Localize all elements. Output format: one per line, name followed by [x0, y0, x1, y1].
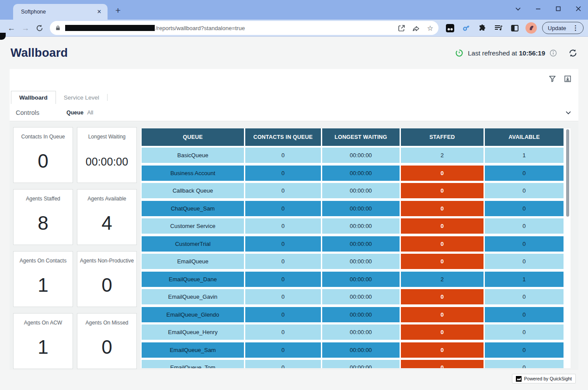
column-header[interactable]: STAFFED [401, 128, 484, 146]
cell-contacts-in-queue[interactable]: 0 [245, 307, 321, 322]
cell-staffed[interactable]: 0 [401, 307, 484, 322]
cell-available[interactable]: 0 [485, 307, 564, 322]
refresh-icon[interactable] [568, 48, 578, 58]
media-queue-icon[interactable] [493, 23, 504, 33]
open-in-new-icon[interactable] [398, 24, 405, 32]
cell-queue[interactable]: EmailQueue_Tom [142, 360, 244, 368]
cell-longest-waiting[interactable]: 00:00:00 [322, 289, 400, 304]
cell-longest-waiting[interactable]: 00:00:00 [322, 324, 400, 340]
cell-queue[interactable]: EmailQueue_Gavin [142, 289, 244, 304]
cell-contacts-in-queue[interactable]: 0 [245, 236, 321, 252]
cell-available[interactable]: 0 [485, 360, 564, 368]
cell-longest-waiting[interactable]: 00:00:00 [322, 272, 400, 287]
cell-available[interactable]: 0 [485, 183, 564, 198]
cell-available[interactable]: 1 [485, 272, 564, 287]
sheet-tab-service-level[interactable]: Service Level [56, 91, 107, 104]
cell-longest-waiting[interactable]: 00:00:00 [322, 218, 400, 234]
cell-staffed[interactable]: 0 [401, 360, 484, 368]
bookmark-star-icon[interactable]: ☆ [427, 24, 433, 32]
cell-queue[interactable]: CustomerTrial [142, 236, 244, 252]
cell-longest-waiting[interactable]: 00:00:00 [322, 307, 400, 322]
column-header[interactable]: AVAILABLE [485, 128, 564, 146]
filter-funnel-icon[interactable] [549, 75, 556, 84]
cell-available[interactable]: 0 [485, 166, 564, 181]
kebab-menu-icon[interactable]: ⋮ [570, 24, 581, 32]
maximize-icon[interactable] [555, 5, 562, 12]
cell-contacts-in-queue[interactable]: 0 [245, 166, 321, 181]
extension-app-icon[interactable] [445, 23, 455, 33]
cell-queue[interactable]: EmailQueue [142, 254, 244, 269]
cell-available[interactable]: 0 [485, 201, 564, 216]
update-button[interactable]: Update ⋮ [542, 22, 584, 34]
kpi-card[interactable]: Contacts In Queue0 [13, 127, 73, 183]
minimize-icon[interactable] [535, 5, 542, 12]
reload-icon[interactable] [32, 21, 46, 35]
cell-longest-waiting[interactable]: 00:00:00 [322, 148, 400, 163]
key-icon[interactable] [461, 23, 471, 33]
cell-available[interactable]: 0 [485, 218, 564, 234]
cell-available[interactable]: 1 [485, 148, 564, 163]
avatar[interactable] [525, 22, 537, 34]
kpi-card[interactable]: Agents Available4 [77, 189, 137, 245]
kpi-card[interactable]: Agents On Contacts1 [13, 251, 73, 307]
cell-staffed[interactable]: 2 [401, 148, 484, 163]
cell-longest-waiting[interactable]: 00:00:00 [322, 183, 400, 198]
kpi-card[interactable]: Agents Staffed8 [13, 189, 73, 245]
cell-contacts-in-queue[interactable]: 0 [245, 360, 321, 368]
cell-staffed[interactable]: 0 [401, 201, 484, 216]
browser-tab[interactable]: Softphone × [13, 4, 108, 20]
address-bar[interactable]: /reports/wallboard?standalone=true ☆ [50, 21, 438, 35]
url-text[interactable]: /reports/wallboard?standalone=true [156, 25, 398, 31]
sheet-tab-wallboard[interactable]: Wallboard [11, 91, 56, 104]
back-icon[interactable]: ← [4, 21, 18, 35]
controls-row[interactable]: Controls Queue All [10, 104, 578, 121]
cell-staffed[interactable]: 2 [401, 272, 484, 287]
kpi-card[interactable]: Longest Waiting00:00:00 [77, 127, 137, 183]
cell-available[interactable]: 0 [485, 254, 564, 269]
cell-contacts-in-queue[interactable]: 0 [245, 148, 321, 163]
cell-staffed[interactable]: 0 [401, 289, 484, 304]
cell-contacts-in-queue[interactable]: 0 [245, 324, 321, 340]
table-scrollbar[interactable] [566, 129, 569, 217]
cell-queue[interactable]: EmailQueue_Dane [142, 272, 244, 287]
cell-staffed[interactable]: 0 [401, 236, 484, 252]
cell-queue[interactable]: Business Account [142, 166, 244, 181]
tab-search-chevron-icon[interactable] [515, 5, 522, 12]
forward-icon[interactable]: → [18, 21, 32, 35]
cell-staffed[interactable]: 0 [401, 183, 484, 198]
cell-longest-waiting[interactable]: 00:00:00 [322, 342, 400, 358]
cell-staffed[interactable]: 0 [401, 166, 484, 181]
kpi-card[interactable]: Agents Non-Productive0 [77, 251, 137, 307]
cell-contacts-in-queue[interactable]: 0 [245, 218, 321, 234]
cell-longest-waiting[interactable]: 00:00:00 [322, 236, 400, 252]
export-download-icon[interactable] [564, 75, 571, 84]
cell-contacts-in-queue[interactable]: 0 [245, 289, 321, 304]
new-tab-icon[interactable]: + [113, 6, 123, 16]
column-header[interactable]: QUEUE [142, 128, 244, 146]
lock-icon[interactable] [55, 25, 61, 31]
side-panel-icon[interactable] [509, 23, 520, 33]
cell-queue[interactable]: Callback Queue [142, 183, 244, 198]
cell-contacts-in-queue[interactable]: 0 [245, 342, 321, 358]
cell-longest-waiting[interactable]: 00:00:00 [322, 201, 400, 216]
cell-contacts-in-queue[interactable]: 0 [245, 272, 321, 287]
window-close-icon[interactable] [575, 5, 582, 12]
cell-longest-waiting[interactable]: 00:00:00 [322, 360, 400, 368]
cell-staffed[interactable]: 0 [401, 342, 484, 358]
tab-close-icon[interactable]: × [95, 8, 103, 16]
column-header[interactable]: LONGEST WAITING [322, 128, 400, 146]
cell-queue[interactable]: ChatQueue_Sam [142, 201, 244, 216]
puzzle-icon[interactable] [477, 23, 487, 33]
cell-staffed[interactable]: 0 [401, 218, 484, 234]
cell-contacts-in-queue[interactable]: 0 [245, 254, 321, 269]
cell-available[interactable]: 0 [485, 342, 564, 358]
quicksight-badge[interactable]: Powered by QuickSight [512, 374, 576, 383]
column-header[interactable]: CONTACTS IN QUEUE [245, 128, 321, 146]
cell-queue[interactable]: EmailQueue_Henry [142, 324, 244, 340]
cell-available[interactable]: 0 [485, 236, 564, 252]
cell-staffed[interactable]: 0 [401, 254, 484, 269]
cell-queue[interactable]: EmailQueue_Sam [142, 342, 244, 358]
cell-available[interactable]: 0 [485, 324, 564, 340]
collapse-chevron-icon[interactable] [564, 109, 572, 117]
kpi-card[interactable]: Agents On Missed0 [77, 313, 137, 369]
